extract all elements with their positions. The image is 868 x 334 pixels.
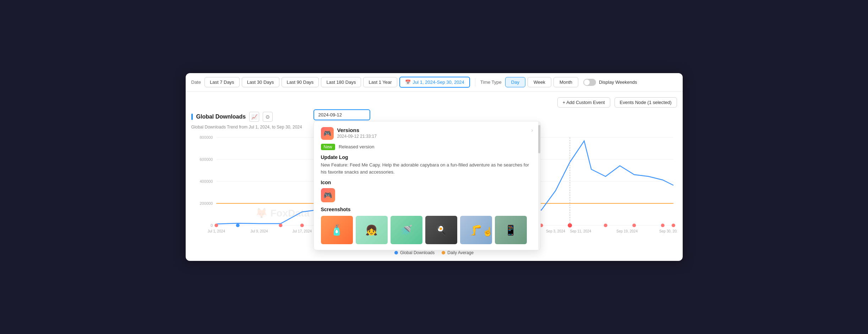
- screenshots-label: Screenshots: [321, 207, 533, 212]
- screenshot-5: 🦵: [460, 216, 492, 244]
- svg-point-12: [236, 224, 239, 227]
- new-badge: New: [321, 144, 335, 150]
- svg-text:800000: 800000: [200, 135, 213, 139]
- svg-text:Jul 17, 2024: Jul 17, 2024: [292, 229, 312, 233]
- screenshot-6: 📱: [495, 216, 527, 244]
- tab-week[interactable]: Week: [528, 77, 551, 87]
- versions-title: Versions: [337, 127, 377, 133]
- events-node-button[interactable]: Events Node (1 selected): [615, 97, 677, 108]
- chart-legend: Global Downloads Daily Average: [191, 250, 677, 255]
- main-content: 2024-09-12 🎮 Versions 2024-09-12 21:33:1…: [186, 92, 683, 261]
- released-text: Released version: [339, 144, 374, 149]
- divider: [475, 78, 475, 87]
- badge-row: New Released version: [321, 143, 533, 150]
- tab-day[interactable]: Day: [505, 77, 525, 87]
- popup-versions-row: 🎮 Versions 2024-09-12 21:33:17 ›: [321, 127, 533, 140]
- svg-text:600000: 600000: [200, 157, 213, 161]
- svg-text:0: 0: [211, 223, 213, 228]
- svg-point-26: [671, 224, 675, 227]
- top-bar: Date Last 7 Days Last 30 Days Last 90 Da…: [186, 73, 683, 92]
- popup-scrollbar[interactable]: [538, 121, 540, 250]
- svg-text:Jul 1, 2024: Jul 1, 2024: [207, 229, 225, 233]
- chart-settings-icon[interactable]: ⊙: [263, 112, 273, 122]
- date-input-box[interactable]: 2024-09-12: [313, 109, 370, 120]
- tab-last180[interactable]: Last 180 Days: [321, 77, 361, 87]
- svg-text:Jul 9, 2024: Jul 9, 2024: [250, 229, 268, 233]
- legend-global-downloads: Global Downloads: [394, 250, 435, 255]
- screenshot-4: 🍳: [425, 216, 457, 244]
- date-range-button[interactable]: 📅 Jul 1, 2024-Sep 30, 2024: [399, 77, 470, 88]
- chart-title: Global Downloads: [196, 114, 246, 120]
- main-container: Date Last 7 Days Last 30 Days Last 90 Da…: [186, 73, 683, 261]
- time-type-label: Time Type: [480, 80, 502, 85]
- tab-last90[interactable]: Last 90 Days: [282, 77, 319, 87]
- app-icon-small: 🎮: [321, 127, 334, 140]
- legend-daily-average: Daily Average: [442, 250, 474, 255]
- svg-text:Sep 30, 2024: Sep 30, 2024: [659, 229, 677, 233]
- svg-text:Sep 19, 2024: Sep 19, 2024: [616, 229, 638, 233]
- svg-point-23: [604, 224, 607, 227]
- svg-text:Sep 3, 2024: Sep 3, 2024: [546, 229, 565, 233]
- screenshots-row: 🧴 👧 🚿 🍳 🦵 📱: [321, 216, 533, 244]
- update-log-title: Update Log: [321, 154, 533, 160]
- svg-text:400000: 400000: [200, 179, 213, 184]
- display-weekends-toggle-area: Display Weekends: [583, 79, 637, 86]
- legend-label-global: Global Downloads: [400, 250, 435, 255]
- popup-content: 🎮 Versions 2024-09-12 21:33:17 › New Rel…: [314, 121, 540, 250]
- update-log-text: New Feature: Feed Me Capy. Help the ador…: [321, 161, 533, 175]
- event-popup: 2024-09-12 🎮 Versions 2024-09-12 21:33:1…: [313, 109, 541, 250]
- svg-text:200000: 200000: [200, 201, 213, 206]
- display-weekends-toggle[interactable]: [583, 79, 596, 86]
- svg-point-13: [279, 224, 282, 227]
- chevron-right-icon[interactable]: ›: [531, 127, 533, 133]
- svg-point-14: [300, 224, 304, 227]
- svg-text:Sep 11, 2024: Sep 11, 2024: [570, 229, 591, 233]
- display-weekends-label: Display Weekends: [599, 80, 637, 85]
- svg-point-25: [661, 224, 664, 227]
- icon-label: Icon: [321, 180, 533, 185]
- screenshot-2: 👧: [356, 216, 388, 244]
- action-row: + Add Custom Event Events Node (1 select…: [191, 97, 677, 108]
- icon-preview: 🎮: [321, 188, 335, 202]
- screenshot-3: 🚿: [391, 216, 422, 244]
- blue-accent-bar: [191, 114, 193, 120]
- tab-last30[interactable]: Last 30 Days: [242, 77, 279, 87]
- legend-dot-blue: [394, 251, 398, 254]
- date-label: Date: [191, 80, 201, 85]
- versions-date: 2024-09-12 21:33:17: [337, 134, 377, 139]
- calendar-icon: 📅: [405, 80, 411, 85]
- chart-type-icon[interactable]: 📈: [249, 112, 259, 122]
- add-custom-event-button[interactable]: + Add Custom Event: [557, 97, 610, 108]
- tab-last1year[interactable]: Last 1 Year: [363, 77, 397, 87]
- versions-text-block: Versions 2024-09-12 21:33:17: [337, 127, 377, 139]
- date-input-value: 2024-09-12: [318, 112, 342, 117]
- svg-point-24: [632, 224, 636, 227]
- date-range-text: Jul 1, 2024-Sep 30, 2024: [413, 80, 464, 85]
- svg-point-11: [214, 224, 218, 227]
- tab-month[interactable]: Month: [553, 77, 578, 87]
- popup-card: 🎮 Versions 2024-09-12 21:33:17 › New Rel…: [313, 121, 541, 250]
- screenshot-1: 🧴: [321, 216, 353, 244]
- legend-dot-orange: [442, 251, 445, 254]
- tab-last7[interactable]: Last 7 Days: [204, 77, 240, 87]
- versions-info: 🎮 Versions 2024-09-12 21:33:17: [321, 127, 377, 140]
- popup-scrollbar-thumb[interactable]: [538, 125, 540, 153]
- legend-label-daily: Daily Average: [447, 250, 474, 255]
